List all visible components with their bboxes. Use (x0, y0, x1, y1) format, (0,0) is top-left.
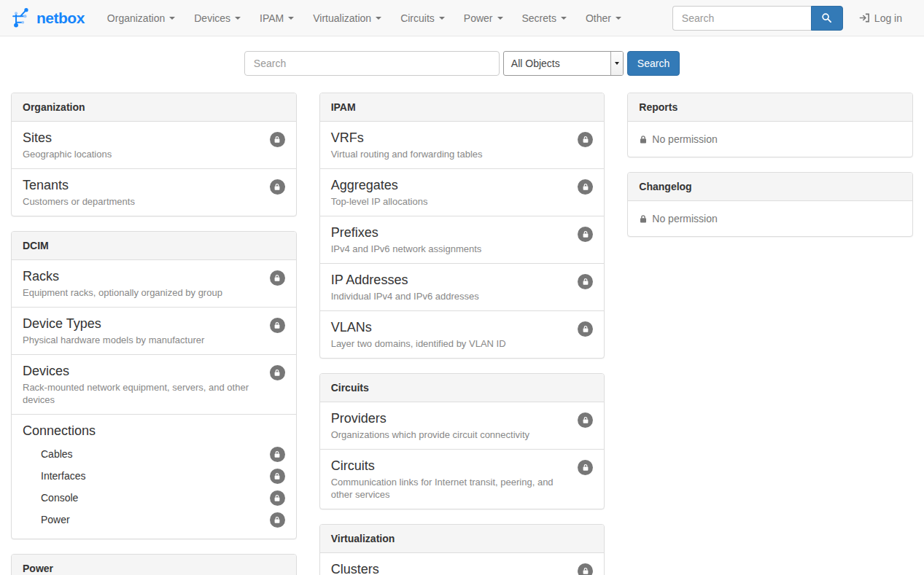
nav-menu-virtualization[interactable]: Virtualization (303, 0, 391, 36)
panel-title: IPAM (331, 101, 356, 113)
item-description: Organizations which provide circuit conn… (331, 429, 571, 441)
panel-heading: Virtualization (320, 525, 605, 553)
item-description: IPv4 and IPv6 network assignments (331, 243, 571, 255)
nav-menu-ipam[interactable]: IPAM (250, 0, 303, 36)
lock-icon (270, 179, 285, 195)
panel-changelog: ChangelogNo permission (627, 172, 913, 237)
item-description: Virtual routing and forwarding tables (331, 148, 571, 160)
chevron-down-icon (376, 17, 381, 20)
item-description: Communication links for Internet transit… (331, 476, 571, 501)
panel-column-3: ReportsNo permissionChangelogNo permissi… (627, 93, 913, 251)
nav-menu-devices[interactable]: Devices (185, 0, 250, 36)
netbox-brand-link[interactable]: netbox (11, 7, 85, 29)
select-dropdown-strip[interactable] (610, 52, 623, 75)
lock-icon (270, 365, 285, 380)
lock-icon (578, 563, 593, 575)
item-title: Providers (331, 410, 571, 426)
list-item-prefixes: PrefixesIPv4 and IPv6 network assignment… (320, 216, 605, 264)
nav-menu-secrets[interactable]: Secrets (513, 0, 576, 36)
lock-icon (270, 132, 285, 147)
item-description: Top-level IP allocations (331, 195, 571, 208)
list-item-main: PrefixesIPv4 and IPv6 network assignment… (331, 224, 571, 255)
nav-menu-organization[interactable]: Organization (98, 0, 185, 36)
nav-menu-power[interactable]: Power (454, 0, 513, 36)
log-in-link[interactable]: Log in (843, 12, 913, 24)
no-permission-label: No permission (652, 133, 717, 145)
chevron-down-icon (615, 62, 619, 65)
item-title: Tenants (23, 177, 263, 193)
list-item-main: Device TypesPhysical hardware models by … (23, 316, 263, 346)
chevron-down-icon (561, 17, 567, 20)
panel-heading: DCIM (12, 232, 296, 260)
item-description: Equipment racks, optionally organized by… (23, 286, 263, 299)
item-description: Layer two domains, identified by VLAN ID (331, 337, 571, 350)
lock-icon (639, 135, 648, 144)
nav-menu-other[interactable]: Other (576, 0, 631, 36)
no-permission-label: No permission (652, 213, 717, 224)
item-description: Individual IPv4 and IPv6 addresses (331, 290, 571, 302)
item-title: Circuits (331, 458, 571, 474)
navbar-search-input[interactable] (672, 6, 811, 31)
item-title: VRFs (331, 130, 571, 146)
item-title: Device Types (23, 316, 263, 332)
list-item-main: AggregatesTop-level IP allocations (331, 177, 571, 208)
panel-reports: ReportsNo permission (627, 93, 913, 157)
panel-item-list: Clusters (320, 553, 605, 575)
list-item-main: TenantsCustomers or departments (23, 177, 263, 208)
no-permission-note: No permission (628, 201, 912, 236)
panel-ipam: IPAMVRFsVirtual routing and forwarding t… (319, 93, 605, 359)
lock-icon (270, 469, 285, 484)
panel-title: Reports (639, 101, 678, 113)
lock-icon (578, 179, 593, 195)
nav-menu-circuits[interactable]: Circuits (391, 0, 454, 36)
list-item-main: IP AddressesIndividual IPv4 and IPv6 add… (331, 272, 571, 302)
item-description: Physical hardware models by manufacturer (23, 334, 263, 346)
sub-item-interfaces: Interfaces (23, 465, 285, 487)
list-item-aggregates: AggregatesTop-level IP allocations (320, 169, 605, 216)
sub-item-power: Power (23, 509, 285, 531)
list-item-sites: SitesGeographic locations (12, 122, 296, 169)
list-item-main: Clusters (331, 561, 571, 575)
lock-icon (578, 412, 593, 428)
panel-title: Virtualization (331, 533, 395, 544)
lock-icon (270, 447, 285, 462)
global-search-button[interactable]: Search (627, 51, 680, 76)
list-item-tenants: TenantsCustomers or departments (12, 169, 296, 216)
panel-title: Power (23, 563, 53, 574)
list-item-main: RacksEquipment racks, optionally organiz… (23, 268, 263, 299)
chevron-down-icon (497, 17, 503, 20)
list-item-device-types: Device TypesPhysical hardware models by … (12, 308, 296, 355)
nav-menu-label: IPAM (260, 12, 284, 24)
panel-column-2: IPAMVRFsVirtual routing and forwarding t… (319, 93, 605, 575)
sub-item-label: Cables (41, 448, 73, 460)
sign-in-icon (859, 12, 870, 23)
list-item-main: DevicesRack-mounted network equipment, s… (23, 363, 263, 406)
brand-text: netbox (36, 9, 85, 27)
list-item-providers: ProvidersOrganizations which provide cir… (320, 402, 605, 450)
lock-icon (270, 512, 285, 528)
lock-icon (578, 321, 593, 337)
lock-icon (270, 318, 285, 333)
list-item-ip-addresses: IP AddressesIndividual IPv4 and IPv6 add… (320, 264, 605, 311)
sub-item-console: Console (23, 487, 285, 509)
no-permission-note: No permission (628, 122, 912, 157)
object-type-selected-value: All Objects (504, 52, 610, 75)
magnifier-icon (821, 12, 832, 23)
list-item-clusters: Clusters (320, 553, 605, 575)
netbox-logo-icon (11, 7, 31, 29)
list-item-main: VLANsLayer two domains, identified by VL… (331, 319, 571, 350)
object-type-select[interactable]: All Objects (503, 51, 624, 76)
panel-item-list: SitesGeographic locationsTenantsCustomer… (12, 122, 296, 216)
panel-heading: Reports (628, 93, 912, 122)
global-search-input[interactable] (244, 51, 500, 76)
nav-menu-label: Circuits (400, 12, 435, 24)
panel-heading: Organization (12, 93, 296, 122)
item-title: VLANs (331, 319, 571, 335)
item-title: Devices (23, 363, 263, 379)
panel-item-list: ProvidersOrganizations which provide cir… (320, 402, 605, 509)
navbar-search-button[interactable] (811, 6, 843, 31)
panel-title: Organization (23, 101, 85, 113)
panel-virtualization: VirtualizationClusters (319, 524, 605, 575)
lock-icon (578, 460, 593, 475)
panel-item-list: RacksEquipment racks, optionally organiz… (12, 260, 296, 539)
